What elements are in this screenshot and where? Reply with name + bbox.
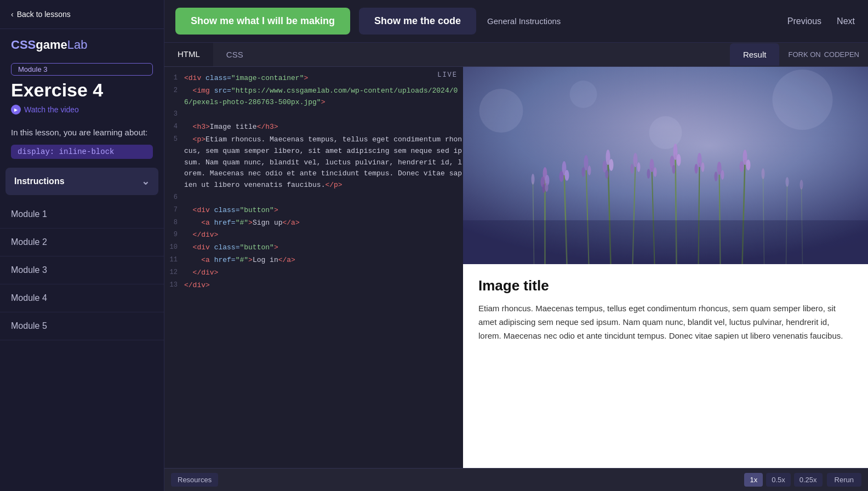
svg-point-53 [762,168,765,179]
top-nav: Show me what I will be making Show me th… [164,0,868,43]
code-line-4: 4 <h3>Image title</h3> [164,121,463,134]
svg-point-18 [582,167,585,177]
svg-point-27 [631,164,634,174]
code-line-11: 11 <a href="#">Log in</a> [164,254,463,267]
svg-point-31 [647,169,650,179]
code-line-7: 7 <div class="button"> [164,204,463,217]
svg-point-24 [606,170,609,179]
preview-content: Image title Etiam rhoncus. Maecenas temp… [463,264,868,356]
code-line-2: 2 <img src="https://www.cssgamelab.com/w… [164,85,463,109]
fork-codepen[interactable]: FORK ON CODEPEN [779,50,868,59]
svg-point-19 [588,165,591,175]
svg-point-15 [565,170,569,181]
main-content: Show me what I will be making Show me th… [164,0,868,491]
topic-badge: display: inline-block [11,145,153,159]
logo-lab: Lab [67,38,88,52]
bottom-bar: Resources 1x 0.5x 0.25x Rerun [164,468,868,491]
back-to-lessons-link[interactable]: ‹ Back to lessons [0,0,164,29]
preview-body: Etiam rhoncus. Maecenas tempus, tellus e… [478,302,853,342]
svg-point-39 [698,153,702,167]
module-list: Module 1 Module 2 Module 3 Module 4 Modu… [0,195,164,491]
code-line-9: 9 </div> [164,229,463,242]
show-preview-button[interactable]: Show me what I will be making [175,8,350,35]
svg-point-57 [800,180,803,190]
code-line-13: 13 </div> [164,279,463,292]
tab-result[interactable]: Result [730,43,780,66]
panels-container: LIVE 1 <div class="image-container"> 2 <… [164,67,868,468]
learning-intro: In this lesson, you are learning about: [0,121,164,145]
logo-game: game [36,38,67,52]
instructions-label: Instructions [14,176,65,186]
svg-point-37 [672,165,676,174]
zoom-1x-button[interactable]: 1x [744,473,763,487]
svg-rect-58 [463,220,868,264]
show-code-button[interactable]: Show me the code [359,8,476,35]
code-line-8: 8 <a href="#">Sign up</a> [164,217,463,230]
code-line-5: 5 <p>Etiam rhoncus. Maecenas tempus, tel… [164,134,463,192]
fork-label: FORK ON [788,50,820,59]
svg-point-5 [570,81,597,108]
live-badge: LIVE [437,71,458,79]
svg-point-26 [633,153,638,167]
general-instructions-button[interactable]: General Instructions [485,12,563,30]
code-line-3: 3 [164,109,463,121]
zoom-controls: 1x 0.5x 0.25x [744,473,822,487]
preview-scroll: Image title Etiam rhoncus. Maecenas temp… [463,67,868,468]
tab-css[interactable]: CSS [213,43,256,66]
previous-button[interactable]: Previous [785,12,824,31]
logo: CSSgameLab [11,38,153,52]
svg-point-45 [721,170,724,180]
zoom-025x-button[interactable]: 0.25x [794,473,823,487]
code-line-1: 1 <div class="image-container"> [164,72,463,85]
svg-point-44 [715,172,718,181]
svg-point-48 [740,161,744,172]
tab-html[interactable]: HTML [164,43,213,66]
next-button[interactable]: Next [835,12,857,31]
code-line-6: 6 [164,192,463,204]
preview-image [463,67,868,264]
sidebar: ‹ Back to lessons CSSgameLab Module 3 Ex… [0,0,164,491]
sidebar-item-module-5[interactable]: Module 5 [0,312,164,340]
back-arrow-icon: ‹ [11,10,14,19]
preview-title: Image title [478,277,853,294]
code-panel: LIVE 1 <div class="image-container"> 2 <… [164,67,463,468]
chevron-down-icon: ⌄ [141,175,150,187]
logo-area: CSSgameLab [0,29,164,58]
zoom-05x-button[interactable]: 0.5x [766,473,791,487]
watch-video-label: Watch the video [24,105,79,114]
svg-point-41 [701,162,705,172]
svg-point-32 [654,167,657,177]
svg-point-4 [649,116,682,149]
code-line-10: 10 <div class="button"> [164,242,463,254]
sidebar-item-module-1[interactable]: Module 1 [0,201,164,229]
codepen-label: CODEPEN [824,50,859,59]
svg-point-55 [786,177,789,187]
svg-point-28 [637,162,641,172]
svg-point-11 [545,183,549,192]
lavender-svg [463,67,868,264]
svg-point-17 [584,155,589,170]
rerun-button[interactable]: Rerun [827,473,861,487]
svg-point-3 [773,70,833,130]
watch-video-link[interactable]: ▶ Watch the video [0,105,164,121]
code-line-12: 12 </div> [164,267,463,279]
code-tabs-bar: HTML CSS Result FORK ON CODEPEN [164,43,868,67]
svg-point-2 [479,89,523,133]
module-badge: Module 3 [11,63,153,76]
svg-point-49 [746,159,751,170]
resources-button[interactable]: Resources [171,473,218,487]
instructions-toggle[interactable]: Instructions ⌄ [5,168,158,195]
svg-point-36 [677,154,681,166]
sidebar-item-module-2[interactable]: Module 2 [0,229,164,256]
svg-point-30 [650,159,654,172]
sidebar-item-module-3[interactable]: Module 3 [0,256,164,284]
svg-point-14 [559,171,564,182]
preview-panel: Image title Etiam rhoncus. Maecenas temp… [463,67,868,468]
exercise-title: Exercise 4 [0,80,164,105]
svg-point-23 [609,159,614,171]
logo-css: CSS [11,38,36,52]
sidebar-item-module-4[interactable]: Module 4 [0,284,164,312]
svg-point-51 [532,174,535,185]
back-label: Back to lessons [17,10,71,19]
prev-next-nav: Previous Next [785,12,857,31]
